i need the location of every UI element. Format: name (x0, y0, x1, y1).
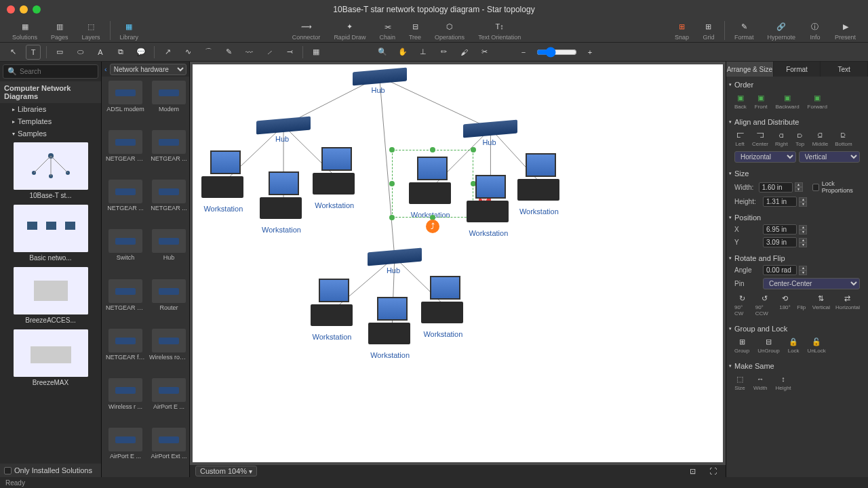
stencil-item[interactable]: NETGEAR fi ... (104, 327, 146, 375)
workstation-shape[interactable] (517, 153, 565, 204)
hypernote-button[interactable]: 🔗Hypernote (760, 20, 802, 41)
pen-tool[interactable]: ✎ (221, 45, 236, 60)
arrow-tool[interactable]: ↖ (5, 45, 20, 60)
info-button[interactable]: ⓘInfo (802, 20, 828, 41)
maximize-window-button[interactable] (33, 5, 41, 14)
grid-button[interactable]: ⊞Grid (696, 20, 722, 41)
same-height-button[interactable]: ↕Height (775, 374, 791, 391)
height-input[interactable] (763, 197, 797, 207)
present-button[interactable]: ▶Present (828, 20, 863, 41)
selection-handle[interactable] (389, 181, 395, 186)
zoom-in-button[interactable]: + (583, 45, 597, 60)
only-installed-toggle[interactable]: Only Installed Solutions (0, 464, 101, 477)
y-input[interactable] (763, 237, 797, 247)
search-input[interactable] (20, 68, 106, 75)
zoom-out-button[interactable]: − (516, 45, 531, 60)
stencil-item[interactable]: NETGEAR ... (104, 178, 146, 226)
flip-horizontal-button[interactable]: ⇄Horizontal (835, 293, 860, 317)
width-input[interactable] (759, 182, 793, 192)
workstation-shape[interactable] (313, 147, 360, 198)
polyline-tool[interactable]: ⤙ (282, 45, 297, 60)
stencil-item[interactable]: ADSL modem (104, 79, 146, 127)
selection-handle[interactable] (389, 215, 395, 220)
table-tool[interactable]: ▦ (309, 45, 323, 60)
stamp-tool[interactable]: ⊥ (416, 45, 431, 60)
crop-tool[interactable]: ✂ (477, 45, 492, 60)
solutions-button[interactable]: ▦Solutions (5, 20, 44, 41)
align-left-button[interactable]: ⫍Left (734, 130, 745, 147)
action-button[interactable]: ⤴ (426, 220, 439, 233)
stencil-item[interactable]: Modem (148, 79, 189, 127)
rotate-cw-button[interactable]: ↻90° CW (734, 293, 750, 317)
text-orientation-button[interactable]: T↕Text Orientation (471, 20, 528, 41)
lock-proportions-checkbox[interactable] (812, 184, 818, 191)
zoom-display[interactable]: Custom 104% ▾ (195, 466, 257, 476)
stencil-item[interactable]: Wireless r ... (104, 377, 146, 425)
operations-button[interactable]: ⬡Operations (428, 20, 471, 41)
stencil-item[interactable]: NETGEAR ... (148, 178, 189, 226)
close-window-button[interactable] (7, 5, 15, 14)
thumbnail-item[interactable]: BreezeMAX (3, 329, 98, 386)
workstation-shape[interactable] (467, 175, 514, 226)
stencil-item[interactable]: AirPort Ext ... (148, 426, 189, 474)
canvas[interactable]: HubHubHubHubWorkstationWorkstationWorkst… (193, 64, 723, 462)
same-size-button[interactable]: ⬚Size (734, 374, 745, 391)
selection-handle[interactable] (389, 147, 395, 152)
thumbnail-item[interactable]: BreezeACCES... (3, 267, 98, 324)
arc-tool[interactable]: ⌒ (201, 45, 216, 60)
fullscreen-button[interactable]: ⛶ (705, 464, 720, 477)
flip-vertical-button[interactable]: ⇅Vertical (812, 293, 830, 317)
thumbnail-item[interactable]: 10Base-T st... (3, 142, 98, 199)
rect-tool[interactable]: ▭ (52, 45, 67, 60)
group-button[interactable]: ⊞Group (734, 337, 749, 354)
stencil-item[interactable]: Wireless router (148, 327, 189, 375)
selection-handle[interactable] (471, 147, 476, 152)
order-front-button[interactable]: ▣Front (755, 93, 768, 110)
order-backward-button[interactable]: ▣Backward (775, 93, 799, 110)
same-width-button[interactable]: ↔Width (753, 374, 767, 391)
align-middle-button[interactable]: ⫑Middle (812, 130, 829, 147)
snap-button[interactable]: ⊞Snap (668, 20, 696, 41)
textbox-tool[interactable]: ⧉ (113, 45, 128, 60)
brush-tool[interactable]: 🖌 (456, 45, 471, 60)
rotate-180-button[interactable]: ⟲180° (779, 293, 791, 317)
align-right-button[interactable]: ⫏Right (775, 130, 788, 147)
height-down[interactable]: ▾ (799, 202, 807, 207)
stencil-item[interactable]: NETGEAR Gi ... (104, 129, 146, 177)
workstation-shape[interactable] (260, 171, 307, 222)
align-center-button[interactable]: ⫎Center (752, 130, 768, 147)
layers-button[interactable]: ⬚Layers (75, 20, 107, 41)
line-tool[interactable]: ↗ (160, 45, 175, 60)
text-tool[interactable]: T (26, 45, 41, 60)
stencil-back-button[interactable]: ‹ (104, 65, 107, 73)
connector-button[interactable]: ⟿Connector (285, 20, 328, 41)
tree-button[interactable]: ⊟Tree (402, 20, 428, 41)
width-down[interactable]: ▾ (795, 187, 803, 192)
selection-handle[interactable] (430, 147, 435, 152)
rapid-draw-button[interactable]: ✦Rapid Draw (327, 20, 372, 41)
curve-tool[interactable]: ∿ (180, 45, 195, 60)
zoom-tool[interactable]: 🔍 (375, 45, 390, 60)
tree-libraries[interactable]: ▸Libraries (0, 103, 101, 115)
workstation-shape[interactable] (201, 150, 249, 201)
stencil-item[interactable]: NETGEAR ... (148, 129, 189, 177)
tree-templates[interactable]: ▸Templates (0, 115, 101, 127)
workstation-shape[interactable] (421, 276, 469, 327)
minimize-window-button[interactable] (20, 5, 28, 14)
stencil-item[interactable]: Router (148, 278, 189, 326)
tab-text[interactable]: Text (821, 62, 868, 77)
spline-tool[interactable]: 〰 (241, 45, 256, 60)
library-button[interactable]: ▦Library (113, 20, 146, 41)
angle-input[interactable] (763, 265, 797, 275)
x-input[interactable] (763, 224, 797, 235)
stencil-item[interactable]: AirPort E ... (148, 377, 189, 425)
height-up[interactable]: ▴ (799, 197, 807, 202)
pin-select[interactable]: Center-Center (763, 278, 860, 289)
order-forward-button[interactable]: ▣Forward (808, 93, 827, 110)
order-back-button[interactable]: ▣Back (734, 93, 747, 110)
tab-format[interactable]: Format (774, 62, 821, 77)
eyedropper-tool[interactable]: ✏ (436, 45, 451, 60)
rotate-ccw-button[interactable]: ↺90° CCW (755, 293, 774, 317)
freehand-tool[interactable]: ⟋ (262, 45, 277, 60)
ellipse-tool[interactable]: ⬭ (73, 45, 87, 60)
